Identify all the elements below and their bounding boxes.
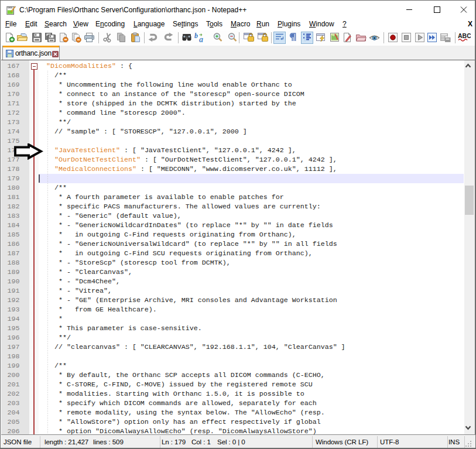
svg-text:ABC: ABC: [458, 32, 471, 39]
svg-text:a: a: [199, 35, 203, 43]
svg-text:b: b: [194, 32, 198, 40]
